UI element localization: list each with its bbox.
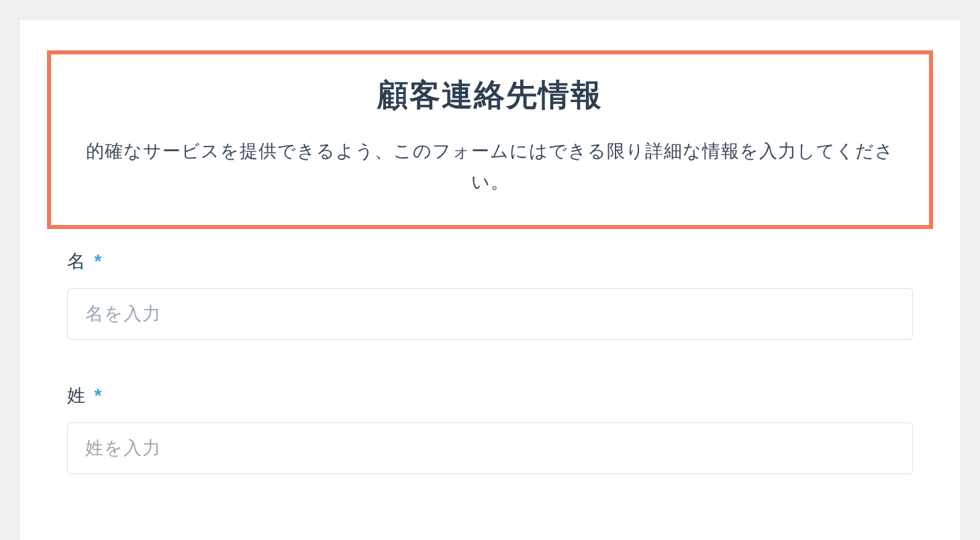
last-name-label: 姓 * [67, 384, 913, 408]
last-name-field-group: 姓 * [67, 384, 913, 474]
form-card: 顧客連絡先情報 的確なサービスを提供できるよう、このフォームにはできる限り詳細な… [20, 20, 960, 540]
first-name-label: 名 * [67, 249, 913, 273]
first-name-input[interactable] [67, 288, 913, 340]
required-mark-icon: * [95, 251, 103, 271]
last-name-label-text: 姓 [67, 386, 86, 406]
form-fields-container: 名 * 姓 * [47, 249, 933, 474]
form-header-box: 顧客連絡先情報 的確なサービスを提供できるよう、このフォームにはできる限り詳細な… [47, 50, 933, 229]
first-name-label-text: 名 [67, 251, 86, 271]
last-name-input[interactable] [67, 422, 913, 474]
first-name-field-group: 名 * [67, 249, 913, 340]
form-description: 的確なサービスを提供できるよう、このフォームにはできる限り詳細な情報を入力してく… [71, 136, 909, 198]
form-title: 顧客連絡先情報 [71, 75, 909, 116]
required-mark-icon: * [95, 385, 103, 406]
